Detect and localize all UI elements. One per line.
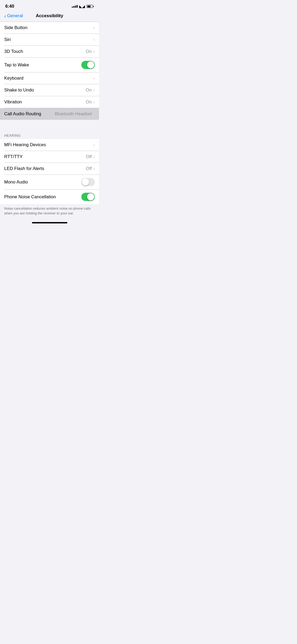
keyboard-row[interactable]: Keyboard › bbox=[0, 72, 99, 84]
mfi-hearing-chevron-icon: › bbox=[93, 142, 95, 147]
shake-to-undo-right: On › bbox=[86, 88, 95, 93]
keyboard-label: Keyboard bbox=[4, 76, 93, 81]
toggle-knob bbox=[87, 193, 94, 200]
tap-to-wake-toggle[interactable] bbox=[81, 61, 95, 69]
mono-audio-toggle[interactable] bbox=[81, 178, 95, 186]
3d-touch-value: On bbox=[86, 49, 92, 54]
call-audio-routing-chevron-icon: › bbox=[93, 112, 95, 116]
call-audio-routing-right: Bluetooth Headset › bbox=[55, 111, 95, 117]
hearing-settings-group: MFi Hearing Devices › RTT/TTY Off › LED … bbox=[0, 139, 99, 204]
main-settings-group: Side Button › Siri › 3D Touch On › Tap t… bbox=[0, 22, 99, 120]
call-audio-routing-value: Bluetooth Headset bbox=[55, 111, 92, 117]
rtt-tty-chevron-icon: › bbox=[93, 154, 95, 159]
footer-note: Noise cancellation reduces ambient noise… bbox=[0, 204, 99, 220]
vibration-chevron-icon: › bbox=[93, 100, 95, 104]
shake-to-undo-chevron-icon: › bbox=[93, 88, 95, 93]
status-icons: ◣◢ bbox=[72, 4, 94, 8]
vibration-label: Vibration bbox=[4, 99, 86, 105]
home-bar bbox=[32, 222, 67, 223]
toggle-knob bbox=[82, 178, 89, 186]
rtt-tty-right: Off › bbox=[86, 154, 95, 159]
siri-chevron-icon: › bbox=[93, 37, 95, 42]
3d-touch-label: 3D Touch bbox=[4, 49, 86, 54]
nav-bar: ‹ General Accessibility bbox=[0, 11, 99, 22]
phone-noise-right bbox=[81, 193, 95, 201]
tap-to-wake-row[interactable]: Tap to Wake bbox=[0, 58, 99, 72]
status-time: 6:40 bbox=[5, 4, 14, 9]
home-indicator bbox=[0, 220, 99, 227]
back-label: General bbox=[7, 13, 23, 19]
wifi-icon: ◣◢ bbox=[79, 4, 85, 8]
vibration-row[interactable]: Vibration On › bbox=[0, 96, 99, 108]
keyboard-chevron-icon: › bbox=[93, 76, 95, 81]
side-button-label: Side Button bbox=[4, 25, 93, 30]
3d-touch-right: On › bbox=[86, 49, 95, 54]
tap-to-wake-label: Tap to Wake bbox=[4, 62, 81, 68]
led-flash-value: Off bbox=[86, 166, 92, 171]
siri-row[interactable]: Siri › bbox=[0, 34, 99, 45]
group-gap bbox=[0, 120, 99, 129]
3d-touch-row[interactable]: 3D Touch On › bbox=[0, 46, 99, 57]
led-flash-right: Off › bbox=[86, 166, 95, 171]
status-bar: 6:40 ◣◢ bbox=[0, 0, 99, 11]
siri-right: › bbox=[93, 37, 95, 42]
toggle-knob bbox=[87, 61, 94, 68]
shake-to-undo-label: Shake to Undo bbox=[4, 88, 86, 93]
mono-audio-label: Mono Audio bbox=[4, 180, 81, 185]
battery-icon bbox=[87, 5, 94, 8]
rtt-tty-value: Off bbox=[86, 154, 92, 159]
mfi-hearing-label: MFi Hearing Devices bbox=[4, 142, 93, 148]
side-button-right: › bbox=[93, 25, 95, 30]
mfi-hearing-right: › bbox=[93, 142, 95, 147]
phone-noise-toggle[interactable] bbox=[81, 193, 95, 201]
side-button-chevron-icon: › bbox=[93, 25, 95, 30]
mono-audio-right bbox=[81, 178, 95, 186]
shake-to-undo-row[interactable]: Shake to Undo On › bbox=[0, 84, 99, 96]
call-audio-routing-row[interactable]: Call Audio Routing Bluetooth Headset › bbox=[0, 108, 99, 120]
hearing-section-header: HEARING bbox=[0, 129, 99, 139]
keyboard-right: › bbox=[93, 76, 95, 81]
vibration-value: On bbox=[86, 99, 92, 105]
led-flash-row[interactable]: LED Flash for Alerts Off › bbox=[0, 163, 99, 174]
led-flash-label: LED Flash for Alerts bbox=[4, 166, 86, 171]
side-button-row[interactable]: Side Button › bbox=[0, 22, 99, 34]
rtt-tty-label: RTT/TTY bbox=[4, 154, 86, 159]
back-chevron-icon: ‹ bbox=[4, 13, 6, 19]
page-title: Accessibility bbox=[36, 13, 63, 19]
tap-to-wake-right bbox=[81, 61, 95, 69]
rtt-tty-row[interactable]: RTT/TTY Off › bbox=[0, 151, 99, 163]
back-button[interactable]: ‹ General bbox=[4, 13, 23, 19]
3d-touch-chevron-icon: › bbox=[93, 49, 95, 54]
phone-noise-label: Phone Noise Cancellation bbox=[4, 194, 81, 200]
mono-audio-row[interactable]: Mono Audio bbox=[0, 175, 99, 189]
call-audio-routing-label: Call Audio Routing bbox=[4, 111, 55, 117]
led-flash-chevron-icon: › bbox=[93, 166, 95, 171]
vibration-right: On › bbox=[86, 99, 95, 105]
phone-noise-row[interactable]: Phone Noise Cancellation bbox=[0, 190, 99, 204]
shake-to-undo-value: On bbox=[86, 88, 92, 93]
mfi-hearing-row[interactable]: MFi Hearing Devices › bbox=[0, 139, 99, 151]
siri-label: Siri bbox=[4, 37, 93, 42]
signal-icon bbox=[72, 5, 78, 8]
